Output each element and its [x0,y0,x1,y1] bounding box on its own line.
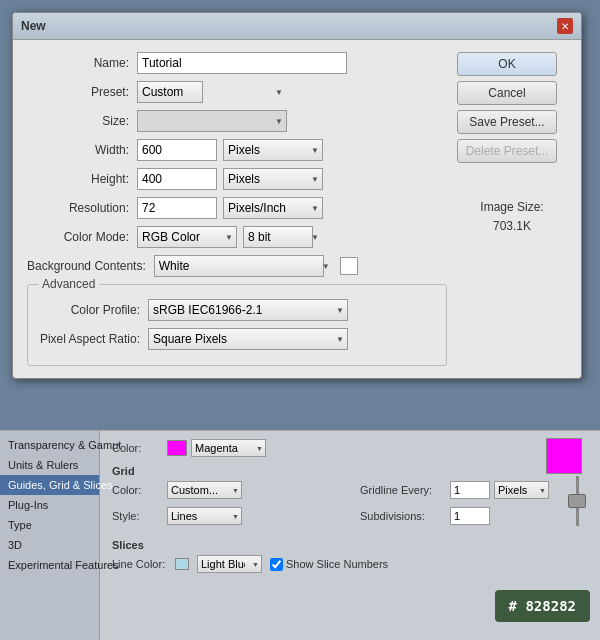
bg-contents-label: Background Contents: [27,259,154,273]
show-numbers-checkbox[interactable] [270,558,283,571]
color-profile-label: Color Profile: [38,303,148,317]
gridline-unit-select[interactable]: Pixels [494,481,549,499]
image-size-label: Image Size: [457,198,567,217]
show-numbers-text: Show Slice Numbers [286,558,388,570]
subdivisions-input[interactable] [450,507,490,525]
dialog-form: Name: Preset: Custom Size: [27,52,447,366]
slices-title: Slices [112,539,588,551]
guides-color-label: Color: [112,442,167,454]
height-label: Height: [27,172,137,186]
name-row: Name: [27,52,447,74]
bg-color-swatch [340,257,358,275]
width-unit-wrapper: Pixels [223,139,323,161]
color-mode-select[interactable]: RGB Color [137,226,237,248]
guides-color-select[interactable]: Magenta [191,439,266,457]
grid-section: Color: Custom... Style: Lines [112,481,588,533]
slice-color-select[interactable]: Light Blue [197,555,262,573]
slice-color-select-wrapper: Light Blue [197,555,262,573]
grid-color-label: Color: [112,484,167,496]
color-profile-row: Color Profile: sRGB IEC61966-2.1 [38,299,436,321]
grid-style-label: Style: [112,510,167,522]
image-size-info: Image Size: 703.1K [457,198,567,236]
bg-contents-row: Background Contents: White [27,255,447,277]
color-mode-select-wrapper: RGB Color [137,226,237,248]
slider-handle[interactable] [568,476,586,536]
cancel-button[interactable]: Cancel [457,81,557,105]
bit-depth-select[interactable]: 8 bit [243,226,313,248]
color-tooltip: # 828282 [495,590,590,622]
grid-style-select-wrapper: Lines [167,507,242,525]
slices-row: Line Color: Light Blue Show Slice Number… [112,555,588,573]
size-label: Size: [27,114,137,128]
grid-color-select[interactable]: Custom... [167,481,242,499]
dialog-body: Name: Preset: Custom Size: [13,40,581,378]
magenta-preview-swatch [546,438,582,474]
sidebar-item-plugins[interactable]: Plug-Ins [0,495,99,515]
sidebar-item-transparency[interactable]: Transparency & Gamut [0,435,99,455]
advanced-group: Advanced Color Profile: sRGB IEC61966-2.… [27,284,447,366]
color-mode-row: Color Mode: RGB Color 8 bit [27,226,447,248]
resolution-input[interactable] [137,197,217,219]
sidebar-item-3d[interactable]: 3D [0,535,99,555]
subdivisions-row: Subdivisions: [360,507,588,525]
height-input[interactable] [137,168,217,190]
size-select-wrapper [137,110,287,132]
delete-preset-button[interactable]: Delete Preset... [457,139,557,163]
preset-select[interactable]: Custom [137,81,203,103]
slices-section: Slices Line Color: Light Blue Show Slice… [112,539,588,573]
gridline-label: Gridline Every: [360,484,450,496]
advanced-label: Advanced [38,277,99,291]
sidebar-item-experimental[interactable]: Experimental Features [0,555,99,575]
save-preset-button[interactable]: Save Preset... [457,110,557,134]
name-label: Name: [27,56,137,70]
pixel-aspect-label: Pixel Aspect Ratio: [38,332,148,346]
name-input[interactable] [137,52,347,74]
width-label: Width: [27,143,137,157]
preset-row: Preset: Custom [27,81,447,103]
gridline-unit-wrapper: Pixels [494,481,549,499]
grid-left: Color: Custom... Style: Lines [112,481,340,533]
close-button[interactable]: ✕ [557,18,573,34]
height-row: Height: Pixels [27,168,447,190]
show-numbers-label: Show Slice Numbers [270,558,388,571]
image-size-value: 703.1K [457,217,567,236]
bg-contents-select[interactable]: White [154,255,324,277]
grid-color-select-wrapper: Custom... [167,481,242,499]
width-unit-select[interactable]: Pixels [223,139,323,161]
size-row: Size: [27,110,447,132]
grid-style-select[interactable]: Lines [167,507,242,525]
sidebar-item-guides[interactable]: Guides, Grid & Slices [0,475,99,495]
gridline-input[interactable] [450,481,490,499]
slice-line-color-label: Line Color: [112,558,167,570]
sidebar-item-type[interactable]: Type [0,515,99,535]
resolution-unit-select[interactable]: Pixels/Inch [223,197,323,219]
size-select[interactable] [137,110,287,132]
resolution-row: Resolution: Pixels/Inch [27,197,447,219]
color-profile-select-wrapper: sRGB IEC61966-2.1 [148,299,348,321]
bit-depth-select-wrapper: 8 bit [243,226,323,248]
guides-color-select-wrapper: Magenta [191,439,266,457]
ok-button[interactable]: OK [457,52,557,76]
dialog-title: New [21,19,46,33]
sidebar-item-units[interactable]: Units & Rulers [0,455,99,475]
preset-label: Preset: [27,85,137,99]
grid-style-row: Style: Lines [112,507,340,525]
pixel-aspect-select-wrapper: Square Pixels [148,328,348,350]
gridline-row: Gridline Every: Pixels [360,481,588,499]
height-unit-select[interactable]: Pixels [223,168,323,190]
color-profile-select[interactable]: sRGB IEC61966-2.1 [148,299,348,321]
slider-thumb[interactable] [568,494,586,508]
grid-color-row: Color: Custom... [112,481,340,499]
line-color-swatch [175,558,189,570]
resolution-unit-wrapper: Pixels/Inch [223,197,323,219]
guides-color-row: Color: Magenta [112,439,588,457]
pixel-aspect-row: Pixel Aspect Ratio: Square Pixels [38,328,436,350]
bg-contents-select-wrapper: White [154,255,334,277]
preferences-sidebar: Transparency & Gamut Units & Rulers Guid… [0,431,100,640]
new-document-dialog: New ✕ Name: Preset: Custom Size: [12,12,582,379]
pixel-aspect-select[interactable]: Square Pixels [148,328,348,350]
width-input[interactable] [137,139,217,161]
subdivisions-label: Subdivisions: [360,510,450,522]
color-mode-label: Color Mode: [27,230,137,244]
height-unit-wrapper: Pixels [223,168,323,190]
